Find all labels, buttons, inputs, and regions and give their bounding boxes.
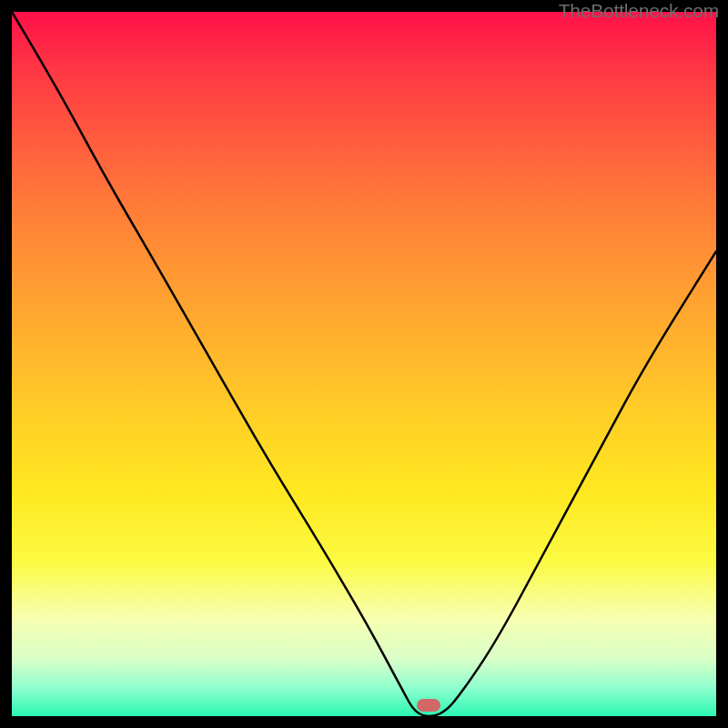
chart-area bbox=[12, 12, 716, 716]
bottleneck-curve bbox=[12, 12, 716, 716]
optimal-marker bbox=[417, 699, 440, 712]
attribution-text: TheBottleneck.com bbox=[559, 0, 719, 22]
